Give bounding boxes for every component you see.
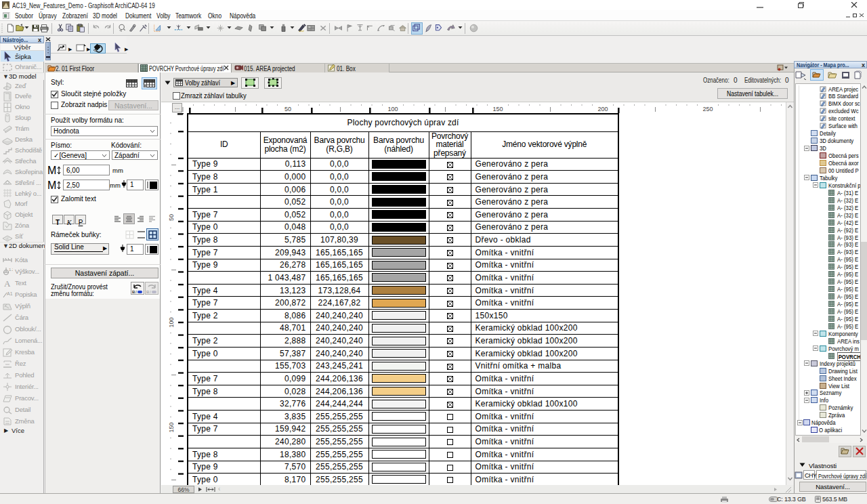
svg-text:1.2: 1.2	[9, 268, 13, 272]
svg-text:A1: A1	[7, 291, 13, 296]
svg-text:I: I	[150, 290, 151, 294]
svg-text:100: 100	[387, 106, 398, 112]
svg-text:I: I	[135, 290, 137, 294]
svg-text:50: 50	[284, 106, 291, 112]
svg-text:150: 150	[492, 106, 503, 112]
svg-text:A: A	[4, 278, 11, 289]
svg-text:250: 250	[702, 106, 713, 112]
svg-text:200: 200	[597, 106, 608, 112]
